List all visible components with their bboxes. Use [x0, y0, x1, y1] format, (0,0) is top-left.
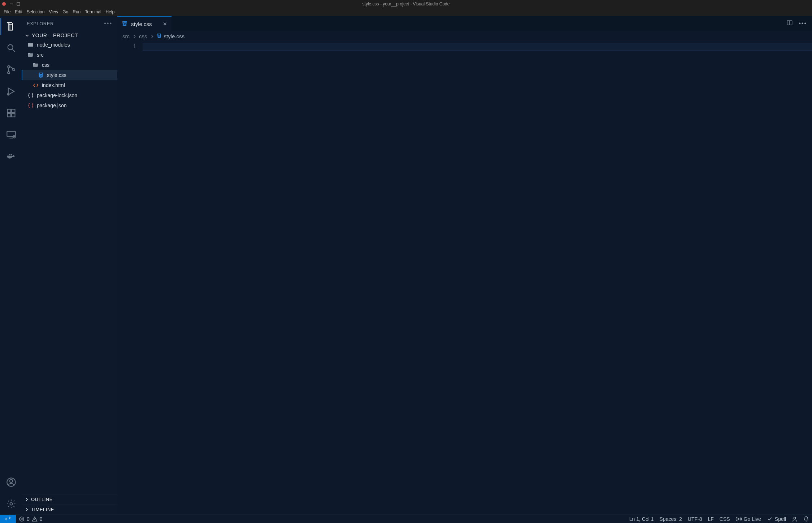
- indentation[interactable]: Spaces: 2: [657, 516, 685, 522]
- maximize-window-icon[interactable]: [17, 2, 20, 6]
- chevron-down-icon: [25, 33, 30, 38]
- menu-terminal[interactable]: Terminal: [83, 9, 103, 15]
- svg-point-4: [8, 66, 10, 68]
- tree-item-label: package-lock.json: [37, 92, 77, 98]
- window-title: style.css - your__project - Visual Studi…: [362, 1, 450, 7]
- title-bar: style.css - your__project - Visual Studi…: [0, 0, 812, 8]
- menu-go[interactable]: Go: [60, 9, 70, 15]
- language-mode[interactable]: CSS: [717, 516, 733, 522]
- menu-edit[interactable]: Edit: [13, 9, 25, 15]
- sidebar-more-icon[interactable]: •••: [104, 20, 112, 27]
- outline-section[interactable]: OUTLINE: [22, 494, 117, 504]
- chevron-right-icon: [132, 34, 137, 39]
- sidebar-header: EXPLORER •••: [22, 16, 117, 31]
- tree-item-package-json[interactable]: package.json: [22, 100, 117, 111]
- file-type-icon: [27, 52, 34, 58]
- tab-label: style.css: [131, 21, 152, 27]
- svg-point-24: [738, 518, 739, 519]
- menu-view[interactable]: View: [47, 9, 60, 15]
- project-root[interactable]: YOUR__PROJECT: [22, 31, 117, 40]
- extensions-icon[interactable]: [0, 105, 22, 121]
- tree-item-label: style.css: [47, 72, 66, 78]
- menu-help[interactable]: Help: [104, 9, 117, 15]
- close-tab-icon[interactable]: ✕: [163, 21, 167, 27]
- timeline-label: TIMELINE: [31, 507, 54, 512]
- svg-point-21: [10, 503, 13, 505]
- breadcrumb-item[interactable]: src: [122, 33, 130, 39]
- svg-point-3: [8, 45, 13, 50]
- window-controls: [0, 2, 20, 6]
- file-type-icon: [27, 103, 34, 108]
- tree-item-style-css[interactable]: style.css: [22, 70, 117, 80]
- project-root-label: YOUR__PROJECT: [32, 33, 78, 38]
- svg-rect-1: [10, 4, 13, 4]
- tree-item-css[interactable]: css: [22, 60, 117, 70]
- svg-rect-9: [12, 109, 15, 113]
- warning-count: 0: [40, 516, 43, 522]
- docker-icon[interactable]: [0, 148, 22, 165]
- remote-indicator[interactable]: [0, 515, 16, 523]
- css-file-icon: [122, 21, 127, 27]
- tree-item-node-modules[interactable]: node_modules: [22, 40, 117, 50]
- svg-rect-18: [11, 154, 12, 155]
- svg-point-20: [10, 479, 13, 482]
- encoding[interactable]: UTF-8: [685, 516, 705, 522]
- svg-rect-17: [9, 154, 10, 155]
- tree-item-src[interactable]: src: [22, 50, 117, 60]
- tree-item-label: index.html: [42, 82, 65, 88]
- active-line[interactable]: [143, 43, 812, 51]
- close-window-icon[interactable]: [2, 2, 6, 6]
- timeline-section[interactable]: TIMELINE: [22, 504, 117, 514]
- tree-item-label: node_modules: [37, 42, 70, 48]
- search-icon[interactable]: [0, 40, 22, 56]
- notifications-icon[interactable]: [800, 516, 812, 522]
- accounts-icon[interactable]: [0, 474, 22, 490]
- tab-style-css[interactable]: style.css ✕: [117, 16, 171, 31]
- menu-file[interactable]: File: [1, 9, 13, 15]
- file-type-icon: [27, 42, 34, 48]
- status-bar: 0 0 Ln 1, Col 1 Spaces: 2 UTF-8 LF CSS G…: [0, 514, 812, 523]
- menu-selection[interactable]: Selection: [25, 9, 47, 15]
- problems-indicator[interactable]: 0 0: [16, 516, 45, 522]
- go-live[interactable]: Go Live: [733, 516, 764, 522]
- line-number: 1: [117, 43, 136, 49]
- breadcrumb-item[interactable]: css: [139, 33, 147, 39]
- spell-check[interactable]: Spell: [764, 516, 789, 522]
- explorer-icon[interactable]: [0, 18, 22, 35]
- editor-more-icon[interactable]: •••: [799, 20, 807, 27]
- tree-item-index-html[interactable]: index.html: [22, 80, 117, 90]
- broadcast-icon: [736, 516, 742, 522]
- outline-label: OUTLINE: [31, 497, 53, 502]
- breadcrumb[interactable]: src css style.css: [117, 31, 812, 42]
- gutter: 1: [117, 42, 143, 514]
- sidebar: EXPLORER ••• YOUR__PROJECT node_moduless…: [22, 16, 117, 514]
- remote-explorer-icon[interactable]: [0, 126, 22, 143]
- file-tree: node_modulessrccssstyle.cssindex.htmlpac…: [22, 40, 117, 494]
- menu-run[interactable]: Run: [70, 9, 83, 15]
- tree-item-package-lock-json[interactable]: package-lock.json: [22, 90, 117, 100]
- code-area[interactable]: 1: [117, 42, 812, 514]
- warning-icon: [32, 516, 38, 522]
- chevron-right-icon: [25, 497, 29, 502]
- check-icon: [767, 516, 773, 522]
- svg-rect-2: [17, 3, 20, 5]
- split-editor-icon[interactable]: [786, 20, 793, 27]
- cursor-position[interactable]: Ln 1, Col 1: [626, 516, 657, 522]
- eol[interactable]: LF: [705, 516, 716, 522]
- error-icon: [19, 516, 25, 522]
- breadcrumb-item[interactable]: style.css: [164, 33, 185, 39]
- css-file-icon: [157, 33, 162, 39]
- feedback-icon[interactable]: [789, 516, 800, 522]
- file-type-icon: [32, 82, 39, 88]
- sidebar-title: EXPLORER: [27, 21, 54, 26]
- minimize-window-icon[interactable]: [9, 2, 13, 6]
- source-control-icon[interactable]: [0, 61, 22, 78]
- activity-bar: [0, 16, 22, 514]
- menu-bar: File Edit Selection View Go Run Terminal…: [0, 8, 812, 16]
- run-debug-icon[interactable]: [0, 83, 22, 100]
- tree-item-label: css: [42, 62, 49, 68]
- svg-point-6: [13, 69, 15, 71]
- settings-gear-icon[interactable]: [0, 496, 22, 512]
- tree-item-label: src: [37, 52, 44, 58]
- svg-point-5: [8, 72, 10, 74]
